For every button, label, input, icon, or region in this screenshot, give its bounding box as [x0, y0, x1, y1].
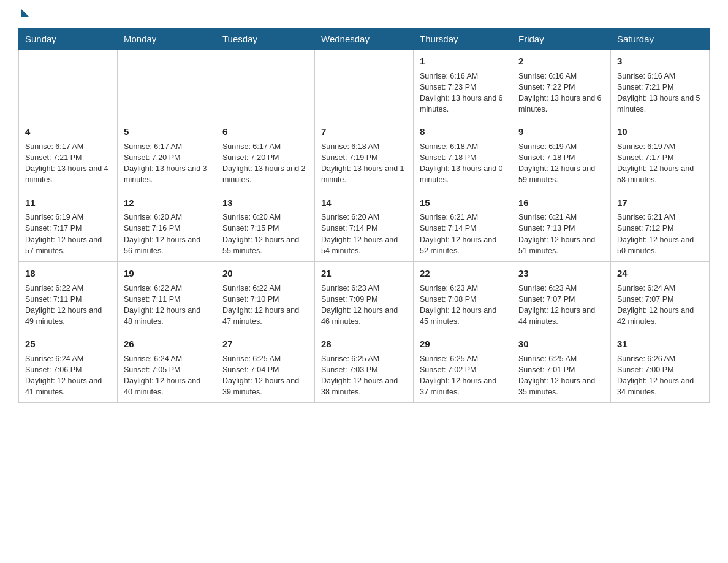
day-info: Sunrise: 6:19 AMSunset: 7:17 PMDaylight:…	[617, 141, 703, 186]
calendar-cell	[315, 50, 414, 120]
day-number: 5	[124, 125, 210, 139]
day-info: Sunrise: 6:20 AMSunset: 7:14 PMDaylight:…	[321, 212, 407, 256]
calendar-cell	[19, 50, 118, 120]
page-header	[18, 12, 710, 17]
day-info: Sunrise: 6:25 AMSunset: 7:04 PMDaylight:…	[222, 353, 308, 398]
day-number: 26	[124, 337, 210, 351]
calendar-week-row: 1Sunrise: 6:16 AMSunset: 7:23 PMDaylight…	[19, 50, 710, 120]
day-info: Sunrise: 6:22 AMSunset: 7:10 PMDaylight:…	[222, 283, 308, 327]
calendar-cell: 17Sunrise: 6:21 AMSunset: 7:12 PMDayligh…	[611, 191, 710, 261]
day-of-week-header: Thursday	[414, 29, 512, 50]
day-number: 17	[617, 196, 703, 210]
calendar-cell: 12Sunrise: 6:20 AMSunset: 7:16 PMDayligh…	[118, 191, 216, 261]
calendar-week-row: 18Sunrise: 6:22 AMSunset: 7:11 PMDayligh…	[19, 261, 710, 332]
day-number: 20	[222, 267, 308, 280]
logo-general-text	[18, 12, 29, 17]
day-info: Sunrise: 6:25 AMSunset: 7:01 PMDaylight:…	[518, 353, 604, 398]
day-info: Sunrise: 6:24 AMSunset: 7:06 PMDaylight:…	[25, 353, 111, 398]
day-number: 24	[617, 267, 703, 280]
day-number: 12	[124, 196, 210, 210]
calendar-cell: 15Sunrise: 6:21 AMSunset: 7:14 PMDayligh…	[414, 191, 512, 261]
calendar-cell: 20Sunrise: 6:22 AMSunset: 7:10 PMDayligh…	[216, 261, 315, 332]
calendar-cell	[216, 50, 315, 120]
day-number: 30	[518, 337, 604, 351]
calendar-cell: 27Sunrise: 6:25 AMSunset: 7:04 PMDayligh…	[216, 332, 315, 403]
day-info: Sunrise: 6:16 AMSunset: 7:22 PMDaylight:…	[518, 71, 604, 115]
day-info: Sunrise: 6:23 AMSunset: 7:09 PMDaylight:…	[321, 283, 407, 327]
calendar-cell: 6Sunrise: 6:17 AMSunset: 7:20 PMDaylight…	[216, 120, 315, 191]
calendar-cell: 4Sunrise: 6:17 AMSunset: 7:21 PMDaylight…	[19, 120, 118, 191]
day-info: Sunrise: 6:18 AMSunset: 7:18 PMDaylight:…	[420, 141, 506, 186]
day-number: 25	[25, 337, 111, 351]
calendar-cell	[118, 50, 216, 120]
day-info: Sunrise: 6:21 AMSunset: 7:13 PMDaylight:…	[518, 212, 604, 256]
calendar-cell: 11Sunrise: 6:19 AMSunset: 7:17 PMDayligh…	[19, 191, 118, 261]
day-of-week-header: Sunday	[19, 29, 118, 50]
calendar-week-row: 4Sunrise: 6:17 AMSunset: 7:21 PMDaylight…	[19, 120, 710, 191]
calendar-cell: 21Sunrise: 6:23 AMSunset: 7:09 PMDayligh…	[315, 261, 414, 332]
day-number: 18	[25, 267, 111, 280]
day-info: Sunrise: 6:20 AMSunset: 7:15 PMDaylight:…	[222, 212, 308, 256]
day-number: 27	[222, 337, 308, 351]
calendar-cell: 7Sunrise: 6:18 AMSunset: 7:19 PMDaylight…	[315, 120, 414, 191]
day-number: 9	[518, 125, 604, 139]
day-info: Sunrise: 6:23 AMSunset: 7:08 PMDaylight:…	[420, 283, 506, 327]
calendar-cell: 24Sunrise: 6:24 AMSunset: 7:07 PMDayligh…	[611, 261, 710, 332]
day-of-week-header: Saturday	[611, 29, 710, 50]
day-info: Sunrise: 6:25 AMSunset: 7:03 PMDaylight:…	[321, 353, 407, 398]
day-number: 10	[617, 125, 703, 139]
calendar-table: SundayMondayTuesdayWednesdayThursdayFrid…	[18, 28, 710, 403]
calendar-cell: 26Sunrise: 6:24 AMSunset: 7:05 PMDayligh…	[118, 332, 216, 403]
day-info: Sunrise: 6:25 AMSunset: 7:02 PMDaylight:…	[420, 353, 506, 398]
logo-arrow-icon	[21, 9, 29, 17]
day-info: Sunrise: 6:17 AMSunset: 7:20 PMDaylight:…	[222, 141, 308, 186]
day-number: 22	[420, 267, 506, 280]
day-info: Sunrise: 6:20 AMSunset: 7:16 PMDaylight:…	[124, 212, 210, 256]
day-number: 21	[321, 267, 407, 280]
day-info: Sunrise: 6:24 AMSunset: 7:05 PMDaylight:…	[124, 353, 210, 398]
day-number: 14	[321, 196, 407, 210]
day-number: 13	[222, 196, 308, 210]
calendar-body: 1Sunrise: 6:16 AMSunset: 7:23 PMDaylight…	[19, 50, 710, 403]
day-info: Sunrise: 6:19 AMSunset: 7:17 PMDaylight:…	[25, 212, 111, 256]
calendar-cell: 5Sunrise: 6:17 AMSunset: 7:20 PMDaylight…	[118, 120, 216, 191]
day-number: 19	[124, 267, 210, 280]
calendar-cell: 13Sunrise: 6:20 AMSunset: 7:15 PMDayligh…	[216, 191, 315, 261]
day-number: 7	[321, 125, 407, 139]
day-info: Sunrise: 6:26 AMSunset: 7:00 PMDaylight:…	[617, 353, 703, 398]
calendar-cell: 23Sunrise: 6:23 AMSunset: 7:07 PMDayligh…	[512, 261, 611, 332]
day-info: Sunrise: 6:17 AMSunset: 7:21 PMDaylight:…	[25, 141, 111, 186]
day-number: 6	[222, 125, 308, 139]
day-number: 31	[617, 337, 703, 351]
calendar-week-row: 11Sunrise: 6:19 AMSunset: 7:17 PMDayligh…	[19, 191, 710, 261]
calendar-cell: 19Sunrise: 6:22 AMSunset: 7:11 PMDayligh…	[118, 261, 216, 332]
calendar-cell: 29Sunrise: 6:25 AMSunset: 7:02 PMDayligh…	[414, 332, 512, 403]
calendar-cell: 14Sunrise: 6:20 AMSunset: 7:14 PMDayligh…	[315, 191, 414, 261]
day-info: Sunrise: 6:24 AMSunset: 7:07 PMDaylight:…	[617, 283, 703, 327]
day-number: 4	[25, 125, 111, 139]
day-header-row: SundayMondayTuesdayWednesdayThursdayFrid…	[19, 29, 710, 50]
day-info: Sunrise: 6:17 AMSunset: 7:20 PMDaylight:…	[124, 141, 210, 186]
day-info: Sunrise: 6:23 AMSunset: 7:07 PMDaylight:…	[518, 283, 604, 327]
logo	[18, 12, 29, 17]
calendar-cell: 25Sunrise: 6:24 AMSunset: 7:06 PMDayligh…	[19, 332, 118, 403]
day-of-week-header: Monday	[118, 29, 216, 50]
day-info: Sunrise: 6:22 AMSunset: 7:11 PMDaylight:…	[25, 283, 111, 327]
calendar-cell: 8Sunrise: 6:18 AMSunset: 7:18 PMDaylight…	[414, 120, 512, 191]
day-info: Sunrise: 6:16 AMSunset: 7:23 PMDaylight:…	[420, 71, 506, 115]
day-info: Sunrise: 6:21 AMSunset: 7:12 PMDaylight:…	[617, 212, 703, 256]
calendar-cell: 18Sunrise: 6:22 AMSunset: 7:11 PMDayligh…	[19, 261, 118, 332]
day-of-week-header: Wednesday	[315, 29, 414, 50]
day-number: 1	[420, 55, 506, 68]
day-number: 11	[25, 196, 111, 210]
calendar-week-row: 25Sunrise: 6:24 AMSunset: 7:06 PMDayligh…	[19, 332, 710, 403]
day-number: 8	[420, 125, 506, 139]
calendar-cell: 16Sunrise: 6:21 AMSunset: 7:13 PMDayligh…	[512, 191, 611, 261]
day-number: 28	[321, 337, 407, 351]
day-info: Sunrise: 6:18 AMSunset: 7:19 PMDaylight:…	[321, 141, 407, 186]
day-number: 3	[617, 55, 703, 68]
calendar-cell: 9Sunrise: 6:19 AMSunset: 7:18 PMDaylight…	[512, 120, 611, 191]
day-number: 15	[420, 196, 506, 210]
day-number: 2	[518, 55, 604, 68]
day-info: Sunrise: 6:22 AMSunset: 7:11 PMDaylight:…	[124, 283, 210, 327]
